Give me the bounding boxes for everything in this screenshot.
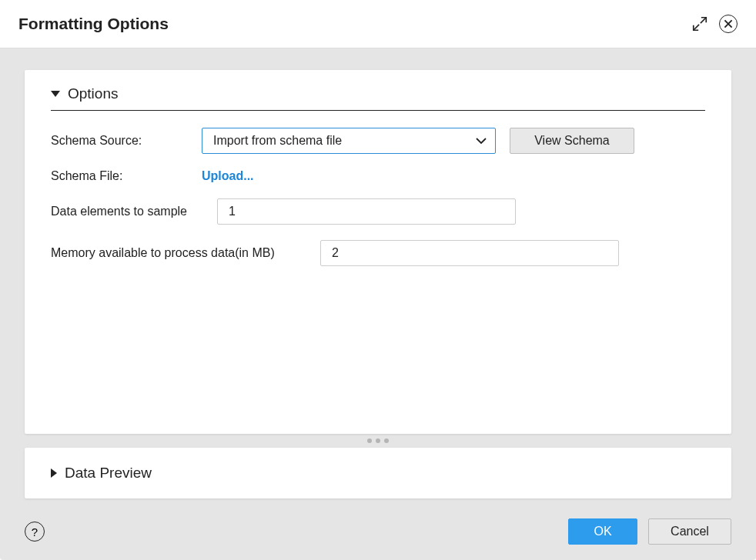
- memory-row: Memory available to process data(in MB): [51, 240, 705, 266]
- dialog-header-actions: [690, 14, 738, 34]
- data-preview-section-title: Data Preview: [65, 465, 152, 482]
- data-elements-input[interactable]: [217, 198, 516, 225]
- cancel-button[interactable]: Cancel: [648, 518, 731, 545]
- footer-left: ?: [25, 522, 45, 542]
- data-preview-panel: Data Preview: [25, 448, 731, 498]
- view-schema-button[interactable]: View Schema: [510, 128, 634, 154]
- formatting-options-dialog: Formatting Options Options: [0, 0, 756, 560]
- options-section-header[interactable]: Options: [51, 85, 705, 111]
- drag-dot-icon: [367, 438, 372, 443]
- help-icon[interactable]: ?: [25, 522, 45, 542]
- expand-icon[interactable]: [690, 14, 710, 34]
- options-panel: Options Schema Source: View Schema: [25, 70, 731, 434]
- dialog-body: Options Schema Source: View Schema: [0, 48, 756, 506]
- memory-label: Memory available to process data(in MB): [51, 246, 275, 259]
- dialog-header: Formatting Options: [0, 0, 756, 48]
- help-glyph: ?: [32, 525, 38, 538]
- drag-handle[interactable]: [25, 434, 731, 448]
- footer-right: OK Cancel: [568, 518, 731, 545]
- drag-dot-icon: [384, 438, 389, 443]
- dialog-title: Formatting Options: [18, 15, 169, 33]
- schema-file-row: Schema File: Upload...: [51, 169, 705, 183]
- drag-dot-icon: [376, 438, 380, 443]
- close-icon[interactable]: [719, 15, 738, 33]
- caret-right-icon: [51, 468, 57, 478]
- data-elements-label: Data elements to sample: [51, 205, 187, 218]
- caret-down-icon: [51, 91, 60, 97]
- schema-source-row: Schema Source: View Schema: [51, 128, 705, 154]
- ok-button[interactable]: OK: [568, 518, 637, 545]
- schema-file-label: Schema File:: [51, 169, 122, 182]
- schema-source-select[interactable]: [202, 128, 496, 154]
- schema-source-select-wrap: [202, 128, 496, 154]
- memory-input[interactable]: [320, 240, 619, 266]
- data-preview-section-header[interactable]: Data Preview: [51, 465, 705, 482]
- data-elements-row: Data elements to sample: [51, 198, 705, 225]
- schema-source-label: Schema Source:: [51, 134, 142, 147]
- dialog-footer: ? OK Cancel: [0, 506, 756, 560]
- upload-link[interactable]: Upload...: [202, 169, 254, 183]
- options-section-title: Options: [68, 85, 118, 102]
